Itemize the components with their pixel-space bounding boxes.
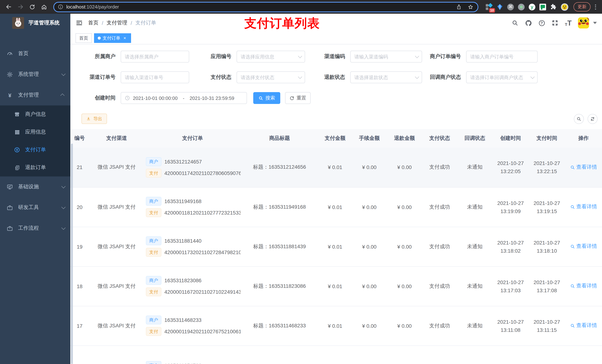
- chevron-down-icon: [62, 205, 66, 209]
- browser-menu-icon[interactable]: [593, 4, 598, 10]
- channel-order-no-field[interactable]: [121, 71, 189, 83]
- view-detail-link[interactable]: 查看详情: [570, 243, 597, 250]
- pay-status-input[interactable]: [241, 74, 296, 80]
- merchant-input[interactable]: [125, 54, 185, 59]
- clock-icon: [125, 95, 130, 101]
- avatar-caret-icon[interactable]: [593, 22, 597, 24]
- reset-button[interactable]: 重置: [285, 92, 311, 104]
- dashboard-icon: [7, 51, 13, 57]
- kite-extension-icon[interactable]: [496, 3, 503, 10]
- bookmark-star-icon[interactable]: [467, 3, 474, 10]
- table-header-row: 编号 支付渠道 支付订单 商品标题 支付金额 手续金额 退款金额 支付状态 回调…: [70, 129, 602, 148]
- grid-icon: [14, 129, 20, 135]
- channel-order-no-input[interactable]: [125, 74, 185, 80]
- forward-icon[interactable]: [16, 2, 25, 12]
- date-end[interactable]: 2021-10-31 23:59:59: [190, 95, 234, 101]
- chat-extension-icon[interactable]: [539, 3, 546, 10]
- date-start[interactable]: 2021-10-01 00:00:00: [133, 95, 178, 101]
- fixed-column-shadow: [71, 144, 73, 364]
- sidebar-item-workflow[interactable]: 工作流程: [0, 218, 70, 239]
- breadcrumb-home[interactable]: 首页: [88, 20, 98, 26]
- notify-status-input[interactable]: [470, 74, 528, 80]
- merchant-select[interactable]: [121, 51, 189, 62]
- search-icon: [570, 205, 575, 209]
- fullscreen-icon[interactable]: [551, 20, 559, 26]
- sidebar-item-home[interactable]: 首页: [0, 43, 70, 64]
- content: 所属商户 应用编号 渠道编码: [70, 44, 602, 364]
- document-icon: [14, 165, 20, 171]
- table-row-partial: 商户1635311254796: [70, 345, 602, 364]
- merchant-tag: 商户: [146, 157, 161, 166]
- tag-pay-order[interactable]: 支付订单 ×: [94, 33, 131, 43]
- dot-extension-icon[interactable]: [518, 3, 525, 10]
- url-path: :1024/pay/order: [85, 4, 119, 10]
- tag-close-icon[interactable]: ×: [122, 35, 127, 41]
- sidebar-item-system[interactable]: 系统管理: [0, 64, 70, 85]
- refund-status-select[interactable]: [350, 71, 422, 83]
- merchant-tag: 商户: [146, 361, 161, 364]
- table-search-button[interactable]: [574, 114, 584, 124]
- header-search-icon[interactable]: [511, 20, 518, 26]
- merchant-order-no-field[interactable]: [466, 51, 538, 62]
- app-select[interactable]: [236, 51, 305, 62]
- sidebar-item-payment[interactable]: ¥ 支付管理: [0, 85, 70, 105]
- filter-pay-status: 支付状态: [191, 71, 305, 83]
- home-icon[interactable]: [39, 2, 49, 12]
- shop-icon: [14, 111, 20, 117]
- pay-status-select[interactable]: [236, 71, 305, 83]
- sidebar-item-dev-tools[interactable]: 研发工具: [0, 197, 70, 218]
- filter-refund-status: 退款状态: [308, 71, 422, 83]
- export-button[interactable]: 导出: [81, 114, 107, 124]
- url-bar[interactable]: localhost:1024/pay/order: [53, 2, 478, 12]
- app-input[interactable]: [241, 54, 296, 59]
- sidebar-item-refund-order[interactable]: 退款订单: [0, 159, 70, 177]
- col-pay-status: 支付状态: [422, 129, 457, 148]
- url-host: localhost: [66, 4, 85, 10]
- pay-tag: 支付: [146, 327, 161, 336]
- view-detail-link[interactable]: 查看详情: [570, 322, 597, 329]
- tags-view: 首页 支付订单 ×: [70, 32, 602, 44]
- user-avatar[interactable]: [578, 17, 589, 29]
- filter-notify-status: 回调商户状态: [425, 71, 538, 83]
- yen-icon: ¥: [7, 92, 13, 98]
- view-detail-link[interactable]: 查看详情: [570, 204, 597, 210]
- extension-badge-icon[interactable]: 10: [486, 3, 492, 10]
- back-icon[interactable]: [4, 2, 13, 12]
- browser-update-button[interactable]: 更新: [573, 2, 591, 11]
- merchant-order-no-input[interactable]: [470, 54, 534, 59]
- font-size-icon[interactable]: TT: [565, 20, 572, 26]
- notify-status-select[interactable]: [466, 71, 538, 83]
- refund-status-input[interactable]: [354, 74, 413, 80]
- github-icon[interactable]: [525, 20, 532, 26]
- briefcase-icon: [7, 204, 13, 211]
- command-extension-icon[interactable]: ⌘: [507, 3, 514, 10]
- chevron-down-icon: [415, 75, 419, 79]
- filter-channel-order-no: 渠道订单号: [70, 71, 189, 83]
- breadcrumb-payment[interactable]: 支付管理: [107, 20, 127, 26]
- emoji-avatar-icon[interactable]: [561, 3, 568, 10]
- channel-code-select[interactable]: [350, 51, 422, 62]
- sidebar-item-merchant-info[interactable]: 商户信息: [0, 105, 70, 123]
- sidebar-item-app-info[interactable]: 应用信息: [0, 123, 70, 141]
- puzzle-extension-icon[interactable]: [550, 3, 557, 10]
- sidebar-item-infra[interactable]: 基础设施: [0, 177, 70, 197]
- tag-home[interactable]: 首页: [75, 33, 92, 43]
- view-detail-link[interactable]: 查看详情: [570, 164, 597, 171]
- sidebar-logo[interactable]: 芋道管理系统: [0, 14, 70, 32]
- help-icon[interactable]: ?: [538, 20, 545, 26]
- extensions-area: 10 ⌘ y: [483, 3, 571, 10]
- reload-icon[interactable]: [27, 2, 37, 12]
- table-refresh-button[interactable]: [588, 114, 598, 124]
- extension-badge-count: 10: [489, 8, 495, 12]
- share-icon[interactable]: [455, 3, 462, 10]
- sidebar-item-pay-order[interactable]: 支付订单: [0, 141, 70, 159]
- sidebar-toggle-icon[interactable]: [75, 19, 83, 27]
- y-extension-icon[interactable]: y: [529, 3, 535, 10]
- search-button[interactable]: 搜索: [253, 92, 280, 104]
- page-title-annotation: 支付订单列表: [244, 15, 320, 32]
- merchant-tag: 商户: [146, 236, 161, 245]
- site-info-icon[interactable]: [58, 4, 63, 10]
- view-detail-link[interactable]: 查看详情: [570, 283, 597, 290]
- channel-code-input[interactable]: [354, 54, 413, 59]
- date-range-picker[interactable]: 2021-10-01 00:00:00 - 2021-10-31 23:59:5…: [121, 92, 247, 104]
